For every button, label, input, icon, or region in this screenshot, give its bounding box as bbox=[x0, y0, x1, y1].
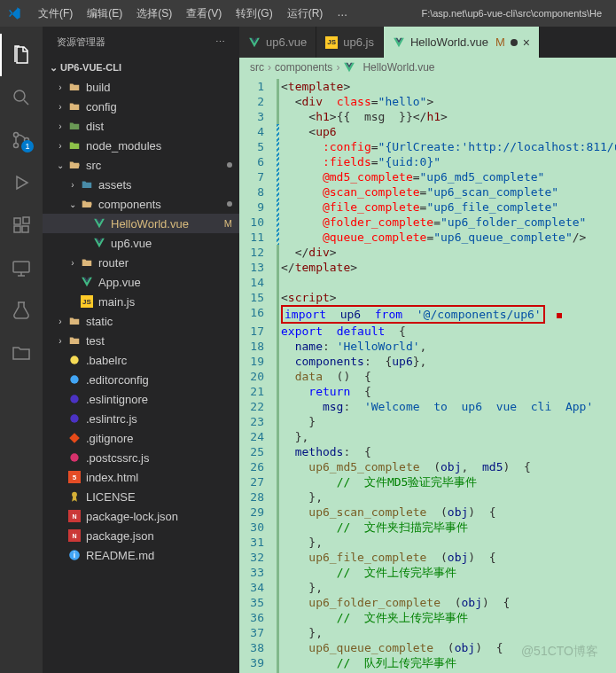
code-line[interactable]: 18 name: 'HelloWorld', bbox=[239, 339, 616, 354]
code-line[interactable]: 23 } bbox=[239, 414, 616, 429]
source-control-icon[interactable]: 1 bbox=[0, 119, 43, 161]
code-line[interactable]: 5 :config="{UrlCreate:'http://localhost:… bbox=[239, 139, 616, 154]
menu-item[interactable]: 转到(G) bbox=[230, 3, 278, 25]
code-line[interactable]: 7 @md5_complete="up6_md5_complete" bbox=[239, 169, 616, 184]
tree-item[interactable]: ›dist bbox=[43, 116, 239, 136]
tree-item[interactable]: 5index.html bbox=[43, 467, 239, 487]
search-icon[interactable] bbox=[0, 76, 43, 119]
extensions-icon[interactable] bbox=[0, 204, 43, 247]
code-line[interactable]: 6 :fields="{uid:0}" bbox=[239, 154, 616, 169]
code-line[interactable]: 26 up6_md5_complete (obj, md5) { bbox=[239, 459, 616, 474]
menu-item[interactable]: … bbox=[331, 3, 354, 25]
menu-item[interactable]: 编辑(E) bbox=[81, 3, 129, 25]
tree-item[interactable]: .eslintrc.js bbox=[43, 409, 239, 428]
tree-item[interactable]: ›assets bbox=[43, 175, 239, 194]
git-gutter bbox=[277, 305, 279, 324]
run-debug-icon[interactable] bbox=[0, 161, 43, 204]
code-line[interactable]: 8 @scan_complete="up6_scan_complete" bbox=[239, 184, 616, 200]
menu-item[interactable]: 运行(R) bbox=[281, 3, 330, 25]
breadcrumbs[interactable]: src›components›HelloWorld.vue bbox=[239, 58, 616, 77]
tree-item[interactable]: LICENSE bbox=[43, 487, 239, 506]
menu-item[interactable]: 选择(S) bbox=[130, 3, 178, 25]
tree-item[interactable]: ›router bbox=[43, 253, 239, 272]
tree-item[interactable]: .babelrc bbox=[43, 350, 239, 370]
code-line[interactable]: 17export default { bbox=[239, 324, 616, 339]
tree-item[interactable]: ›node_modules bbox=[43, 136, 239, 155]
breadcrumb-item[interactable]: components bbox=[275, 61, 332, 74]
remote-icon[interactable] bbox=[0, 247, 43, 289]
code-line[interactable]: 28 }, bbox=[239, 489, 616, 505]
editor-tab[interactable]: up6.vue bbox=[239, 27, 316, 58]
explorer-more-icon[interactable]: ⋯ bbox=[215, 36, 225, 48]
testing-icon[interactable] bbox=[0, 289, 43, 332]
tree-item[interactable]: HelloWorld.vueM bbox=[43, 214, 239, 233]
code-line[interactable]: 29 up6_scan_complete (obj) { bbox=[239, 505, 616, 520]
code-line[interactable]: 30 // 文件夹扫描完毕事件 bbox=[239, 520, 616, 535]
code-line[interactable]: 38 up6_queue_complete (obj) { bbox=[239, 640, 616, 655]
tree-item[interactable]: iREADME.md bbox=[43, 545, 239, 565]
tree-item[interactable]: Npackage-lock.json bbox=[43, 506, 239, 526]
tree-item[interactable]: .eslintignore bbox=[43, 389, 239, 409]
breadcrumb-item[interactable]: src bbox=[250, 61, 264, 74]
code-line[interactable]: 34 }, bbox=[239, 580, 616, 595]
editor-tab[interactable]: JSup6.js bbox=[316, 27, 384, 58]
tree-item[interactable]: .postcssrc.js bbox=[43, 448, 239, 467]
tab-label: up6.vue bbox=[266, 35, 307, 49]
tree-item[interactable]: JSmain.js bbox=[43, 292, 239, 311]
git-gutter bbox=[277, 154, 279, 169]
git-gutter bbox=[277, 384, 279, 399]
folder-activity-icon[interactable] bbox=[0, 332, 43, 374]
editor-tab[interactable]: HelloWorld.vueM× bbox=[384, 27, 540, 58]
code-line[interactable]: 11 @queue_complete="up6_queue_complete"/… bbox=[239, 230, 616, 245]
code-line[interactable]: 25 methods: { bbox=[239, 444, 616, 459]
close-icon[interactable]: × bbox=[523, 35, 530, 50]
code-line[interactable]: 2 <div class="hello"> bbox=[239, 94, 616, 109]
code-line[interactable]: 14 bbox=[239, 275, 616, 290]
code-line[interactable]: 33 // 文件上传完毕事件 bbox=[239, 565, 616, 580]
code-line[interactable]: 37 }, bbox=[239, 625, 616, 640]
tree-item[interactable]: Npackage.json bbox=[43, 526, 239, 545]
code-line[interactable]: 9 @file_complete="up6_file_complete" bbox=[239, 200, 616, 215]
svg-point-11 bbox=[70, 395, 78, 403]
git-gutter bbox=[277, 215, 279, 230]
tree-item[interactable]: ›test bbox=[43, 331, 239, 350]
code-line[interactable]: 32 up6_file_complete (obj) { bbox=[239, 550, 616, 565]
code-line[interactable]: 19 components: {up6}, bbox=[239, 354, 616, 369]
tree-item[interactable]: ⌄components bbox=[43, 194, 239, 214]
tree-item[interactable]: App.vue bbox=[43, 272, 239, 292]
code-line[interactable]: 3 <h1>{{ msg }}</h1> bbox=[239, 109, 616, 124]
code-line[interactable]: 36 // 文件夹上传完毕事件 bbox=[239, 610, 616, 625]
git-gutter bbox=[277, 109, 279, 124]
code-line[interactable]: 39 // 队列上传完毕事件 bbox=[239, 655, 616, 670]
code-line[interactable]: 22 msg: 'Welcome to up6 vue cli App' bbox=[239, 399, 616, 414]
code-line[interactable]: 27 // 文件MD5验证完毕事件 bbox=[239, 474, 616, 489]
code-line[interactable]: 21 return { bbox=[239, 384, 616, 399]
code-line[interactable]: 4 <up6 bbox=[239, 124, 616, 139]
tree-item[interactable]: ›static bbox=[43, 311, 239, 331]
code-line[interactable]: 1<template> bbox=[239, 79, 616, 94]
tree-item[interactable]: ›config bbox=[43, 97, 239, 116]
code-line[interactable]: 35 up6_folder_complete (obj) { bbox=[239, 595, 616, 610]
svg-rect-7 bbox=[23, 217, 29, 223]
code-line[interactable]: 10 @folder_complete="up6_folder_complete… bbox=[239, 215, 616, 230]
code-line[interactable]: 24 }, bbox=[239, 429, 616, 444]
code-line[interactable]: 31 }, bbox=[239, 535, 616, 550]
tree-item[interactable]: ⌄src bbox=[43, 155, 239, 175]
explorer-icon[interactable] bbox=[0, 34, 43, 76]
breadcrumb-item[interactable]: HelloWorld.vue bbox=[363, 61, 434, 74]
code-line[interactable]: 12 </div> bbox=[239, 245, 616, 260]
code-line[interactable]: 20 data () { bbox=[239, 369, 616, 384]
code-line[interactable]: 16import up6 from '@/components/up6' bbox=[239, 305, 616, 324]
project-root[interactable]: ⌄ UP6-VUE-CLI bbox=[43, 58, 239, 77]
tree-item[interactable]: .gitignore bbox=[43, 428, 239, 448]
menu-item[interactable]: 查看(V) bbox=[180, 3, 228, 25]
npm-icon: N bbox=[67, 528, 82, 543]
code-line[interactable]: 15<script> bbox=[239, 290, 616, 305]
tree-item[interactable]: .editorconfig bbox=[43, 370, 239, 389]
code-editor[interactable]: 1<template>2 <div class="hello">3 <h1>{{… bbox=[239, 77, 616, 673]
code-line[interactable]: 13</template> bbox=[239, 260, 616, 275]
folder-icon bbox=[67, 138, 82, 153]
tree-item[interactable]: ›build bbox=[43, 77, 239, 97]
menu-item[interactable]: 文件(F) bbox=[32, 3, 79, 25]
tree-item[interactable]: up6.vue bbox=[43, 233, 239, 253]
